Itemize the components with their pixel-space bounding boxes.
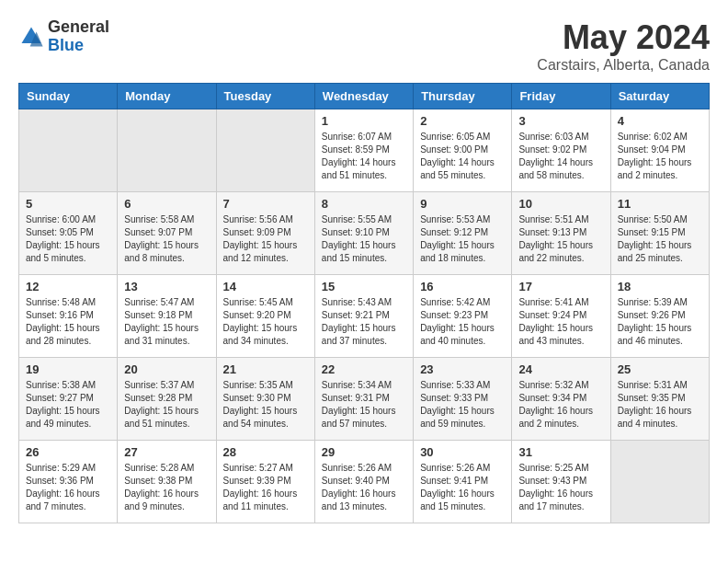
- cell-sun-info: Sunrise: 6:03 AMSunset: 9:02 PMDaylight:…: [518, 131, 603, 182]
- cell-sun-info: Sunrise: 6:05 AMSunset: 9:00 PMDaylight:…: [420, 131, 505, 182]
- calendar-cell: 11Sunrise: 5:50 AMSunset: 9:15 PMDayligh…: [610, 192, 709, 275]
- calendar-cell: 22Sunrise: 5:34 AMSunset: 9:31 PMDayligh…: [314, 358, 413, 441]
- week-row-1: 1Sunrise: 6:07 AMSunset: 8:59 PMDaylight…: [19, 109, 710, 192]
- calendar-cell: 29Sunrise: 5:26 AMSunset: 9:40 PMDayligh…: [314, 441, 413, 523]
- calendar-cell: 3Sunrise: 6:03 AMSunset: 9:02 PMDaylight…: [512, 109, 610, 192]
- day-number: 14: [223, 280, 308, 293]
- calendar-cell: 25Sunrise: 5:31 AMSunset: 9:35 PMDayligh…: [610, 358, 709, 441]
- calendar-cell: 16Sunrise: 5:42 AMSunset: 9:23 PMDayligh…: [414, 275, 512, 358]
- cell-sun-info: Sunrise: 6:02 AMSunset: 9:04 PMDaylight:…: [618, 131, 702, 182]
- calendar-cell: 26Sunrise: 5:29 AMSunset: 9:36 PMDayligh…: [19, 441, 118, 523]
- week-row-4: 19Sunrise: 5:38 AMSunset: 9:27 PMDayligh…: [19, 358, 710, 441]
- day-number: 21: [223, 362, 308, 376]
- cell-sun-info: Sunrise: 5:47 AMSunset: 9:18 PMDaylight:…: [124, 296, 209, 348]
- day-number: 17: [518, 280, 603, 293]
- cell-sun-info: Sunrise: 5:53 AMSunset: 9:12 PMDaylight:…: [420, 213, 505, 265]
- cell-sun-info: Sunrise: 5:29 AMSunset: 9:36 PMDaylight:…: [26, 462, 110, 513]
- day-number: 5: [26, 197, 110, 211]
- day-header-saturday: Saturday: [610, 84, 709, 109]
- calendar-cell: 2Sunrise: 6:05 AMSunset: 9:00 PMDaylight…: [414, 109, 512, 192]
- day-number: 16: [420, 280, 505, 293]
- day-header-thursday: Thursday: [414, 84, 512, 109]
- calendar-cell: 9Sunrise: 5:53 AMSunset: 9:12 PMDaylight…: [414, 192, 512, 275]
- calendar-cell: 27Sunrise: 5:28 AMSunset: 9:38 PMDayligh…: [118, 441, 216, 523]
- day-number: 26: [26, 445, 110, 459]
- calendar-cell: 15Sunrise: 5:43 AMSunset: 9:21 PMDayligh…: [314, 275, 413, 358]
- calendar-cell: [118, 109, 216, 192]
- week-row-3: 12Sunrise: 5:48 AMSunset: 9:16 PMDayligh…: [19, 275, 710, 358]
- cell-sun-info: Sunrise: 5:43 AMSunset: 9:21 PMDaylight:…: [322, 296, 406, 348]
- logo-blue-text: Blue: [48, 37, 109, 55]
- day-header-monday: Monday: [118, 84, 216, 109]
- calendar-cell: 5Sunrise: 6:00 AMSunset: 9:05 PMDaylight…: [19, 192, 118, 275]
- logo-general-text: General: [48, 18, 109, 37]
- cell-sun-info: Sunrise: 5:51 AMSunset: 9:13 PMDaylight:…: [518, 213, 603, 265]
- day-number: 3: [518, 114, 603, 128]
- logo: General Blue: [18, 18, 109, 55]
- day-number: 23: [420, 362, 505, 376]
- cell-sun-info: Sunrise: 5:48 AMSunset: 9:16 PMDaylight:…: [26, 296, 110, 348]
- day-number: 24: [518, 362, 603, 376]
- calendar-cell: 24Sunrise: 5:32 AMSunset: 9:34 PMDayligh…: [512, 358, 610, 441]
- day-number: 6: [124, 197, 209, 211]
- calendar-cell: 14Sunrise: 5:45 AMSunset: 9:20 PMDayligh…: [216, 275, 314, 358]
- title-block: May 2024 Carstairs, Alberta, Canada: [537, 18, 710, 74]
- day-number: 30: [420, 445, 505, 459]
- cell-sun-info: Sunrise: 5:28 AMSunset: 9:38 PMDaylight:…: [124, 462, 209, 513]
- day-header-tuesday: Tuesday: [216, 84, 314, 109]
- cell-sun-info: Sunrise: 5:26 AMSunset: 9:41 PMDaylight:…: [420, 462, 505, 513]
- day-number: 18: [618, 280, 702, 293]
- calendar-cell: [19, 109, 118, 192]
- page-header: General Blue May 2024 Carstairs, Alberta…: [18, 18, 710, 74]
- cell-sun-info: Sunrise: 5:34 AMSunset: 9:31 PMDaylight:…: [322, 379, 406, 431]
- day-number: 28: [223, 445, 308, 459]
- day-number: 4: [618, 114, 702, 128]
- calendar-cell: 19Sunrise: 5:38 AMSunset: 9:27 PMDayligh…: [19, 358, 118, 441]
- day-number: 29: [322, 445, 406, 459]
- day-number: 13: [124, 280, 209, 293]
- calendar-cell: 21Sunrise: 5:35 AMSunset: 9:30 PMDayligh…: [216, 358, 314, 441]
- cell-sun-info: Sunrise: 5:26 AMSunset: 9:40 PMDaylight:…: [322, 462, 406, 513]
- calendar-cell: 23Sunrise: 5:33 AMSunset: 9:33 PMDayligh…: [414, 358, 512, 441]
- cell-sun-info: Sunrise: 5:45 AMSunset: 9:20 PMDaylight:…: [223, 296, 308, 348]
- day-number: 25: [618, 362, 702, 376]
- calendar-cell: 10Sunrise: 5:51 AMSunset: 9:13 PMDayligh…: [512, 192, 610, 275]
- subtitle: Carstairs, Alberta, Canada: [537, 57, 710, 74]
- calendar-cell: 1Sunrise: 6:07 AMSunset: 8:59 PMDaylight…: [314, 109, 413, 192]
- calendar-cell: 4Sunrise: 6:02 AMSunset: 9:04 PMDaylight…: [610, 109, 709, 192]
- calendar-cell: 30Sunrise: 5:26 AMSunset: 9:41 PMDayligh…: [414, 441, 512, 523]
- day-number: 1: [322, 114, 406, 128]
- day-header-friday: Friday: [512, 84, 610, 109]
- day-header-wednesday: Wednesday: [314, 84, 413, 109]
- day-number: 11: [618, 197, 702, 211]
- week-row-2: 5Sunrise: 6:00 AMSunset: 9:05 PMDaylight…: [19, 192, 710, 275]
- calendar-cell: 6Sunrise: 5:58 AMSunset: 9:07 PMDaylight…: [118, 192, 216, 275]
- calendar-cell: [216, 109, 314, 192]
- cell-sun-info: Sunrise: 5:31 AMSunset: 9:35 PMDaylight:…: [618, 379, 702, 431]
- calendar-cell: 7Sunrise: 5:56 AMSunset: 9:09 PMDaylight…: [216, 192, 314, 275]
- day-number: 2: [420, 114, 505, 128]
- cell-sun-info: Sunrise: 5:25 AMSunset: 9:43 PMDaylight:…: [518, 462, 603, 513]
- calendar-cell: 8Sunrise: 5:55 AMSunset: 9:10 PMDaylight…: [314, 192, 413, 275]
- calendar-cell: 18Sunrise: 5:39 AMSunset: 9:26 PMDayligh…: [610, 275, 709, 358]
- cell-sun-info: Sunrise: 5:38 AMSunset: 9:27 PMDaylight:…: [26, 379, 110, 431]
- day-number: 22: [322, 362, 406, 376]
- day-number: 20: [124, 362, 209, 376]
- main-title: May 2024: [537, 18, 710, 57]
- calendar-cell: 31Sunrise: 5:25 AMSunset: 9:43 PMDayligh…: [512, 441, 610, 523]
- calendar-cell: 17Sunrise: 5:41 AMSunset: 9:24 PMDayligh…: [512, 275, 610, 358]
- day-number: 9: [420, 197, 505, 211]
- cell-sun-info: Sunrise: 5:56 AMSunset: 9:09 PMDaylight:…: [223, 213, 308, 265]
- cell-sun-info: Sunrise: 5:39 AMSunset: 9:26 PMDaylight:…: [618, 296, 702, 348]
- calendar-cell: [610, 441, 709, 523]
- cell-sun-info: Sunrise: 5:41 AMSunset: 9:24 PMDaylight:…: [518, 296, 603, 348]
- header-row: SundayMondayTuesdayWednesdayThursdayFrid…: [19, 84, 710, 109]
- cell-sun-info: Sunrise: 5:42 AMSunset: 9:23 PMDaylight:…: [420, 296, 505, 348]
- week-row-5: 26Sunrise: 5:29 AMSunset: 9:36 PMDayligh…: [19, 441, 710, 523]
- day-number: 10: [518, 197, 603, 211]
- day-number: 7: [223, 197, 308, 211]
- calendar-cell: 13Sunrise: 5:47 AMSunset: 9:18 PMDayligh…: [118, 275, 216, 358]
- cell-sun-info: Sunrise: 5:32 AMSunset: 9:34 PMDaylight:…: [518, 379, 603, 431]
- day-number: 8: [322, 197, 406, 211]
- cell-sun-info: Sunrise: 5:37 AMSunset: 9:28 PMDaylight:…: [124, 379, 209, 431]
